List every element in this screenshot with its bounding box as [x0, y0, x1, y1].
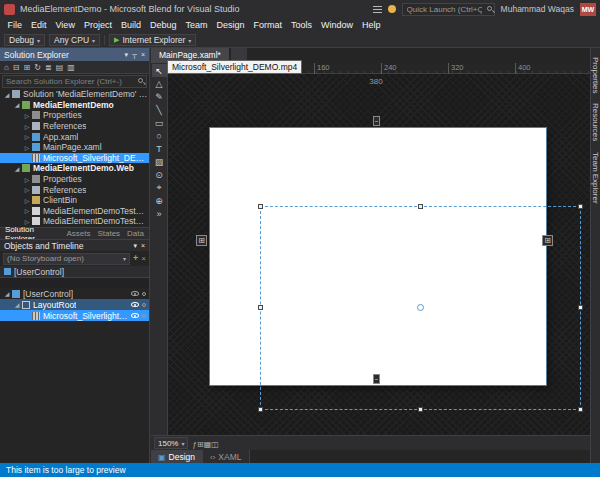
menu-item[interactable]: Build	[116, 18, 145, 33]
tree-item[interactable]: References	[0, 121, 149, 132]
resize-handle-w[interactable]	[258, 305, 263, 310]
expander-icon[interactable]	[3, 91, 11, 98]
eyedropper-tool[interactable]: ⊙	[152, 168, 167, 181]
menu-item[interactable]: Team	[181, 18, 212, 33]
side-tab[interactable]: Resources	[591, 103, 600, 141]
ellipse-tool[interactable]: ○	[152, 129, 167, 142]
tree-item[interactable]: MediaElementDemo	[0, 100, 149, 111]
tree-item[interactable]: Solution 'MediaElementDemo' (2 projects)	[0, 89, 149, 100]
pin-icon[interactable]: ┬	[132, 48, 137, 61]
collapse-all-icon[interactable]: ⊟	[13, 61, 20, 74]
camera-orbit-tool[interactable]: ⊕	[152, 194, 167, 207]
visibility-eye-icon[interactable]	[131, 313, 139, 318]
menu-item[interactable]: Edit	[27, 18, 52, 33]
close-icon[interactable]: ×	[141, 48, 145, 61]
close-storyboard-icon[interactable]: ×	[141, 251, 146, 266]
zoom-dropdown[interactable]: 150% ▾	[154, 437, 188, 449]
snap-guides-toggle-icon[interactable]: ◫	[211, 440, 219, 449]
line-tool[interactable]: ╲	[152, 103, 167, 116]
user-name[interactable]: Muhammad Waqas	[501, 4, 574, 14]
assets-tool[interactable]: »	[152, 207, 167, 220]
object-tree-item[interactable]: LayoutRoot	[0, 299, 149, 310]
rectangle-tool[interactable]: ▭	[152, 116, 167, 129]
resize-handle-ne[interactable]	[578, 204, 583, 209]
visibility-eye-icon[interactable]	[131, 302, 139, 307]
margin-anchor-right-icon[interactable]: ⊞	[542, 235, 553, 246]
center-anchor-icon[interactable]	[417, 304, 424, 311]
run-target-button[interactable]: ▶ Internet Explorer ▾	[109, 34, 196, 46]
menu-item[interactable]: Help	[358, 18, 386, 33]
resize-handle-s[interactable]	[418, 407, 423, 412]
menu-item[interactable]: Tools	[287, 18, 317, 33]
user-avatar[interactable]: MW	[580, 3, 596, 16]
tree-item[interactable]: MainPage.xaml	[0, 142, 149, 153]
view-tab[interactable]: Design	[151, 450, 203, 463]
solution-config-dropdown[interactable]: Debug ▾	[4, 34, 45, 46]
tree-item[interactable]: Properties	[0, 174, 149, 185]
panel-tab[interactable]: Data	[127, 229, 144, 238]
margin-anchor-left-icon[interactable]: ⊞	[196, 235, 207, 246]
tree-item[interactable]: Microsoft_Silverlight_DEMO.mp4	[0, 153, 149, 164]
tree-item[interactable]: MediaElementDemo.Web	[0, 163, 149, 174]
resize-handle-n[interactable]	[418, 204, 423, 209]
expander-icon[interactable]	[23, 112, 31, 119]
selection-tool[interactable]: ↖	[152, 64, 167, 77]
preview-selected-icon[interactable]: ▥	[67, 61, 75, 74]
gradient-tool[interactable]: ▨	[152, 155, 167, 168]
panel-tab[interactable]: States	[97, 229, 120, 238]
expander-icon[interactable]	[23, 186, 31, 193]
expander-icon[interactable]	[23, 133, 31, 140]
view-tab[interactable]: XAML	[203, 450, 249, 463]
design-surface[interactable]: 080160240320400 380 ⊞	[168, 63, 590, 435]
side-tab[interactable]: Properties	[591, 57, 600, 93]
expander-icon[interactable]	[23, 207, 31, 214]
window-position-icon[interactable]: ▾	[124, 48, 128, 61]
direct-selection-tool[interactable]: △	[152, 77, 167, 90]
margin-anchor-bottom-icon[interactable]	[373, 374, 380, 384]
expander-icon[interactable]	[23, 197, 31, 204]
artboard[interactable]	[210, 128, 546, 385]
lock-dot-icon[interactable]	[142, 292, 146, 296]
lock-dot-icon[interactable]	[142, 303, 146, 307]
panel-tab[interactable]: Assets	[66, 229, 90, 238]
tree-item[interactable]: App.xaml	[0, 131, 149, 142]
properties-window-icon[interactable]: ▤	[56, 61, 64, 74]
objects-timeline-header[interactable]: Objects and Timeline ▾ ×	[0, 239, 149, 251]
tree-item[interactable]: References	[0, 184, 149, 195]
home-icon[interactable]: ⌂	[4, 61, 9, 74]
refresh-icon[interactable]: ↻	[34, 61, 41, 74]
view-code-icon[interactable]: ≣	[45, 61, 52, 74]
platform-dropdown[interactable]: Any CPU ▾	[49, 34, 100, 46]
notification-icon[interactable]	[388, 5, 396, 13]
resize-handle-nw[interactable]	[258, 204, 263, 209]
resize-handle-sw[interactable]	[258, 407, 263, 412]
resize-handle-se[interactable]	[578, 407, 583, 412]
menu-item[interactable]: Debug	[145, 18, 181, 33]
menu-item[interactable]: View	[51, 18, 79, 33]
tree-item[interactable]: Properties	[0, 110, 149, 121]
side-tab[interactable]: Team Explorer	[591, 152, 600, 204]
menu-item[interactable]: Design	[212, 18, 249, 33]
margin-anchor-top-icon[interactable]	[373, 116, 380, 126]
selection-bounds[interactable]	[260, 206, 581, 410]
expander-icon[interactable]	[23, 176, 31, 183]
scope-row[interactable]: [UserControl]	[0, 266, 149, 278]
visibility-eye-icon[interactable]	[131, 291, 139, 296]
resize-handle-e[interactable]	[578, 305, 583, 310]
expander-icon[interactable]	[3, 290, 11, 297]
expander-icon[interactable]	[23, 123, 31, 130]
menu-item[interactable]: File	[3, 18, 27, 33]
tree-item[interactable]: MediaElementDemoTestPage.aspx	[0, 206, 149, 217]
pan-tool[interactable]: ⌖	[152, 181, 167, 194]
menu-item[interactable]: Window	[317, 18, 358, 33]
feedback-icon[interactable]	[373, 6, 382, 13]
text-tool[interactable]: T	[152, 142, 167, 155]
storyboard-dropdown[interactable]: (No Storyboard open) ▾	[3, 253, 130, 265]
menu-item[interactable]: Format	[249, 18, 287, 33]
object-tree-item[interactable]: [UserControl]	[0, 288, 149, 299]
expander-icon[interactable]	[23, 144, 31, 151]
expander-icon[interactable]	[13, 165, 21, 172]
menu-item[interactable]: Project	[79, 18, 116, 33]
expander-icon[interactable]	[13, 301, 21, 308]
quick-launch-input[interactable]	[402, 3, 495, 16]
